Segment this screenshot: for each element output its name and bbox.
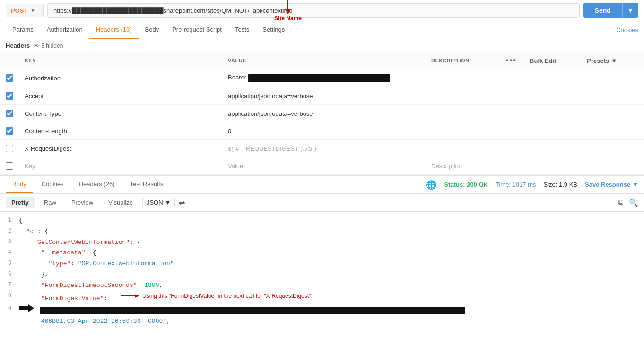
code-line-5: 5 "type": "SP.ContextWebInformation" bbox=[0, 259, 644, 269]
bulk-edit-button[interactable]: Bulk Edit bbox=[530, 57, 556, 64]
black-arrow-icon bbox=[19, 304, 34, 316]
method-chevron-icon: ▼ bbox=[30, 8, 35, 13]
response-tabs-row: Body Cookies Headers (26) Test Results 🌐… bbox=[0, 176, 644, 194]
more-options-icon[interactable]: ••• bbox=[506, 56, 517, 64]
method-label: POST bbox=[11, 7, 27, 14]
send-button[interactable]: Send bbox=[583, 3, 622, 18]
search-icon[interactable]: 🔍 bbox=[629, 198, 638, 207]
new-key-placeholder: Key bbox=[25, 163, 35, 170]
hidden-badge: 👁 8 hidden bbox=[34, 43, 63, 49]
copy-icon[interactable]: ⧉ bbox=[618, 198, 623, 207]
col-header-value: VALUE bbox=[222, 52, 426, 69]
arrow-right-icon bbox=[121, 292, 139, 300]
redacted-token bbox=[248, 74, 390, 82]
table-row: Authorization Bearer bbox=[0, 69, 644, 87]
new-desc-placeholder: Description bbox=[431, 163, 462, 170]
headers-subbar: Headers 👁 8 hidden bbox=[0, 39, 644, 52]
tab-pre-request[interactable]: Pre-request Script bbox=[165, 21, 228, 39]
code-line-3: 3 "GetContextWebInformation": { bbox=[0, 237, 644, 248]
toolbar-right-icons: ⧉ 🔍 bbox=[618, 198, 638, 207]
row-checkbox-content-type[interactable] bbox=[6, 110, 13, 117]
col-header-actions: ••• bbox=[500, 52, 524, 69]
send-button-group: Send ▼ bbox=[583, 3, 638, 18]
resp-tab-test-results[interactable]: Test Results bbox=[123, 176, 170, 193]
format-toolbar: Pretty Raw Preview Visualize JSON ▼ ⇌ ⧉ … bbox=[0, 194, 644, 212]
headers-table: KEY VALUE DESCRIPTION ••• Bulk Edit Pres… bbox=[0, 52, 644, 175]
new-header-row: Key Value Description bbox=[0, 157, 644, 175]
response-status-area: 🌐 Status: 200 OK Time: 1017 ms Size: 1.9… bbox=[426, 180, 638, 190]
col-header-description: DESCRIPTION bbox=[426, 52, 500, 69]
save-response-button[interactable]: Save Response ▼ bbox=[585, 181, 638, 188]
eye-icon: 👁 bbox=[34, 43, 39, 49]
table-row: Content-Length 0 bbox=[0, 122, 644, 140]
format-tab-visualize[interactable]: Visualize bbox=[103, 197, 139, 208]
svg-marker-2 bbox=[19, 304, 34, 312]
value-cell-auth: Bearer bbox=[228, 74, 390, 81]
value-cell: 0 bbox=[228, 128, 231, 135]
send-dropdown-button[interactable]: ▼ bbox=[622, 3, 638, 18]
redacted-form-digest bbox=[40, 307, 465, 314]
tab-params[interactable]: Params bbox=[6, 21, 40, 39]
new-row-checkbox[interactable] bbox=[6, 162, 13, 170]
row-checkbox-content-length[interactable] bbox=[6, 127, 13, 135]
resp-tab-cookies[interactable]: Cookies bbox=[35, 176, 70, 193]
col-header-key: KEY bbox=[19, 52, 222, 69]
code-line-7: 7 "FormDigestTimeoutSeconds": 1800, bbox=[0, 280, 644, 291]
headers-label: Headers bbox=[6, 42, 30, 49]
presets-button[interactable]: Presets ▼ bbox=[587, 57, 617, 64]
save-response-chevron-icon: ▼ bbox=[632, 181, 638, 188]
table-row: X-RequestDigest $("#__REQUESTDIGEST").va… bbox=[0, 140, 644, 157]
formdigest-annotation: Using this "FormDigestValue" in the next… bbox=[121, 292, 311, 301]
filter-icon[interactable]: ⇌ bbox=[179, 198, 185, 207]
request-tabs-row: Site Name Params Authorization Headers (… bbox=[0, 21, 644, 39]
tab-body[interactable]: Body bbox=[139, 21, 166, 39]
status-badge: Status: 200 OK bbox=[444, 181, 487, 188]
code-area: 1 { 2 "d": { 3 "GetContextWebInformation… bbox=[0, 212, 644, 331]
format-tab-pretty[interactable]: Pretty bbox=[6, 197, 35, 208]
code-line-2: 2 "d": { bbox=[0, 226, 644, 237]
key-cell: Accept bbox=[25, 93, 44, 100]
resp-tab-body[interactable]: Body bbox=[6, 176, 33, 193]
value-cell: application/json;odata=verbose bbox=[228, 110, 313, 117]
tab-authorization[interactable]: Authorization bbox=[40, 21, 89, 39]
new-value-placeholder: Value bbox=[228, 163, 243, 170]
tab-headers[interactable]: Headers (13) bbox=[89, 21, 139, 39]
tab-settings[interactable]: Settings bbox=[256, 21, 291, 39]
resp-tab-headers[interactable]: Headers (26) bbox=[72, 176, 122, 193]
key-cell: X-RequestDigest bbox=[25, 145, 71, 152]
size-value: Size: 1.9 KB bbox=[543, 181, 577, 188]
time-value: Time: 1017 ms bbox=[496, 181, 536, 188]
col-header-checkbox bbox=[0, 52, 19, 69]
table-row: Content-Type application/json;odata=verb… bbox=[0, 105, 644, 122]
row-checkbox-accept[interactable] bbox=[6, 92, 13, 100]
top-bar: POST ▼ Send ▼ bbox=[0, 0, 644, 21]
code-line-8: 8 "FormDigestValue": Using this "FormDig… bbox=[0, 291, 644, 304]
cookies-link[interactable]: Cookies bbox=[616, 26, 638, 34]
globe-icon: 🌐 bbox=[426, 180, 436, 190]
presets-chevron-icon: ▼ bbox=[611, 57, 617, 64]
code-line-9: 9 bbox=[0, 304, 644, 316]
key-cell: Content-Length bbox=[25, 128, 67, 135]
code-line-4: 4 "__metadata": { bbox=[0, 248, 644, 259]
json-chevron-icon: ▼ bbox=[165, 199, 171, 206]
code-line-10: 466B81,03 Apr 2022 16:59:36 -0000", bbox=[0, 316, 644, 327]
url-input[interactable] bbox=[47, 3, 580, 18]
tab-tests[interactable]: Tests bbox=[228, 21, 256, 39]
json-format-selector[interactable]: JSON ▼ bbox=[142, 197, 175, 208]
col-header-presets: Presets ▼ bbox=[581, 52, 644, 69]
hidden-count: 8 hidden bbox=[41, 43, 63, 49]
method-selector[interactable]: POST ▼ bbox=[6, 4, 44, 17]
format-tab-preview[interactable]: Preview bbox=[66, 197, 99, 208]
col-header-bulk: Bulk Edit bbox=[524, 52, 581, 69]
format-tab-raw[interactable]: Raw bbox=[38, 197, 62, 208]
code-line-1: 1 { bbox=[0, 216, 644, 226]
code-line-6: 6 }, bbox=[0, 269, 644, 280]
row-checkbox-authorization[interactable] bbox=[6, 74, 13, 82]
key-cell: Authorization bbox=[25, 75, 61, 82]
value-cell: application/json;odata=verbose bbox=[228, 93, 313, 100]
row-checkbox-x-requestdigest[interactable] bbox=[6, 145, 13, 152]
table-row: Accept application/json;odata=verbose bbox=[0, 87, 644, 105]
key-cell: Content-Type bbox=[25, 110, 61, 117]
value-cell-placeholder: $("#__REQUESTDIGEST").val() bbox=[228, 145, 316, 152]
svg-marker-1 bbox=[135, 294, 139, 298]
